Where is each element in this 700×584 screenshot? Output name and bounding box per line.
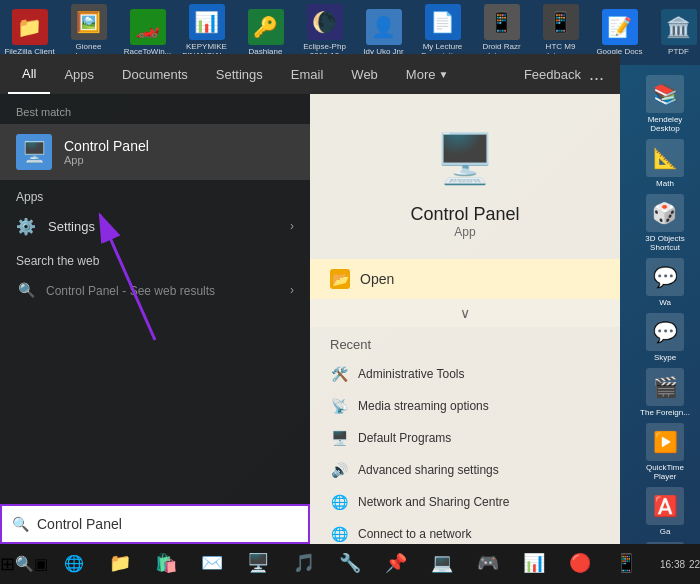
connect-icon: 🌐 xyxy=(330,525,348,543)
math-icon: 📐 xyxy=(646,139,684,177)
taskbar-icon-gionee[interactable]: 🖼️ GioneeImages xyxy=(61,4,116,61)
web-search-item[interactable]: 🔍 Control Panel - See web results › xyxy=(0,272,310,308)
recent-item-sharing[interactable]: 🔊 Advanced sharing settings xyxy=(310,454,620,486)
recent-item-admin[interactable]: 🛠️ Administrative Tools xyxy=(310,358,620,390)
sharing-label: Advanced sharing settings xyxy=(358,463,499,477)
taskbar-icon-racetowin[interactable]: 🏎️ RaceToWin... xyxy=(120,9,175,57)
apps-label: Apps xyxy=(0,180,310,208)
taskbar-icon-googledocs[interactable]: 📝 Google Docs xyxy=(592,9,647,57)
htcm9-icon: 📱 xyxy=(543,4,579,40)
menu-item-settings[interactable]: ⚙️ Settings › xyxy=(0,208,310,244)
windows-icon: ⊞ xyxy=(0,553,15,575)
skype-icon: 💬 xyxy=(646,313,684,351)
tb-file-explorer[interactable]: 📁 xyxy=(98,546,142,582)
left-panel: Best match 🖥️ Control Panel App Apps ⚙️ … xyxy=(0,94,310,544)
tb-app8[interactable]: 📌 xyxy=(374,546,418,582)
settings-icon: ⚙️ xyxy=(16,216,36,236)
taskbar-icon-ptdf[interactable]: 🏛️ PTDF xyxy=(651,9,700,57)
tb-app10[interactable]: 🎮 xyxy=(466,546,510,582)
ptdf-icon: 🏛️ xyxy=(661,9,697,45)
search-input[interactable] xyxy=(37,516,298,532)
nav-item-web[interactable]: Web xyxy=(337,54,392,94)
taskbar-icon-kepymike[interactable]: 📊 KEPYMIKEFINANCIAL... xyxy=(179,4,234,61)
web-search-text: Control Panel - See web results xyxy=(46,283,280,298)
taskbar-icon-dashlane[interactable]: 🔑 Dashlane xyxy=(238,9,293,57)
search-bar[interactable]: 🔍 xyxy=(0,504,310,544)
googledocs-icon: 📝 xyxy=(602,9,638,45)
start-nav: All Apps Documents Settings Email Web Mo… xyxy=(0,54,620,94)
desktop-icons-right: 📚 MendeleyDesktop 📐 Math 🎲 3D ObjectsSho… xyxy=(630,75,700,584)
start-menu: All Apps Documents Settings Email Web Mo… xyxy=(0,54,620,544)
taskbar-icon-eclipse[interactable]: 🌘 Eclipse-Php2018-12 xyxy=(297,4,352,61)
control-panel-icon: 🖥️ xyxy=(16,134,52,170)
tb-store[interactable]: 🛍️ xyxy=(144,546,188,582)
desktop-icon-mendeley[interactable]: 📚 MendeleyDesktop xyxy=(646,75,684,133)
search-button[interactable]: 🔍 xyxy=(15,544,34,584)
nav-item-all[interactable]: All xyxy=(8,54,50,94)
recent-item-default[interactable]: 🖥️ Default Programs xyxy=(310,422,620,454)
taskbar-icon-htcm9[interactable]: 📱 HTC M9Intern... xyxy=(533,4,588,61)
tb-app7[interactable]: 🔧 xyxy=(328,546,372,582)
connect-label: Connect to a network xyxy=(358,527,471,541)
tb-app5[interactable]: 🖥️ xyxy=(236,546,280,582)
desktop-icon-3d[interactable]: 🎲 3D ObjectsShortcut xyxy=(645,194,685,252)
nav-more-dots[interactable]: ... xyxy=(581,64,612,85)
tb-edge[interactable]: 🌐 xyxy=(52,546,96,582)
desktop-icon-foreign[interactable]: 🎬 The Foreign... xyxy=(640,368,690,417)
date-display: 22/10/2018 xyxy=(689,559,700,570)
tb-app9[interactable]: 💻 xyxy=(420,546,464,582)
recent-item-media[interactable]: 📡 Media streaming options xyxy=(310,390,620,422)
nav-item-more[interactable]: More ▼ xyxy=(392,54,463,94)
tb-app6[interactable]: 🎵 xyxy=(282,546,326,582)
recent-item-network[interactable]: 🌐 Network and Sharing Centre xyxy=(310,486,620,518)
search-web-label: Search the web xyxy=(0,244,310,272)
open-label: Open xyxy=(360,271,394,287)
search-icon: 🔍 xyxy=(16,280,36,300)
taskbar-bottom: ⊞ 🔍 ▣ 🌐 📁 🛍️ ✉️ 🖥️ 🎵 🔧 📌 💻 🎮 📊 🔴 📱 16:38… xyxy=(0,544,700,584)
desktop-icon-ga[interactable]: 🅰️ Ga xyxy=(646,487,684,536)
taskbar-icon-mylecture[interactable]: 📄 My LectureFor printin... xyxy=(415,4,470,61)
cp-subtitle: App xyxy=(454,225,475,239)
open-button[interactable]: 📂 Open xyxy=(310,259,620,299)
taskbar-icon-filezilla[interactable]: 📁 FileZilla Client xyxy=(2,9,57,57)
sharing-icon: 🔊 xyxy=(330,461,348,479)
nav-item-apps[interactable]: Apps xyxy=(50,54,108,94)
taskbar-apps: 🌐 📁 🛍️ ✉️ 🖥️ 🎵 🔧 📌 💻 🎮 📊 🔴 📱 xyxy=(48,546,652,582)
best-match-item[interactable]: 🖥️ Control Panel App xyxy=(0,124,310,180)
ga-icon: 🅰️ xyxy=(646,487,684,525)
tb-app13[interactable]: 📱 xyxy=(604,546,648,582)
nav-item-documents[interactable]: Documents xyxy=(108,54,202,94)
recent-item-connect[interactable]: 🌐 Connect to a network xyxy=(310,518,620,544)
cp-header: 🖥️ Control Panel App xyxy=(310,94,620,259)
tb-app12[interactable]: 🔴 xyxy=(558,546,602,582)
expand-button[interactable]: ∨ xyxy=(310,299,620,327)
network-label: Network and Sharing Centre xyxy=(358,495,509,509)
foreign-icon: 🎬 xyxy=(646,368,684,406)
default-programs-icon: 🖥️ xyxy=(330,429,348,447)
wa-icon: 💬 xyxy=(646,258,684,296)
tb-app11[interactable]: 📊 xyxy=(512,546,556,582)
tb-mail[interactable]: ✉️ xyxy=(190,546,234,582)
open-folder-icon: 📂 xyxy=(330,269,350,289)
desktop-icon-skype[interactable]: 💬 Skype xyxy=(646,313,684,362)
desktop-icon-wa[interactable]: 💬 Wa xyxy=(646,258,684,307)
idyuko-icon: 👤 xyxy=(366,9,402,45)
best-match-subtitle: App xyxy=(64,154,149,166)
taskbar-icon-idyuko[interactable]: 👤 Idy Uko Jnr xyxy=(356,9,411,57)
nav-item-email[interactable]: Email xyxy=(277,54,338,94)
taskbar-right: 16:38 22/10/2018 xyxy=(652,559,700,570)
nav-feedback[interactable]: Feedback xyxy=(524,67,581,82)
task-view-button[interactable]: ▣ xyxy=(34,544,48,584)
taskbar-icon-droidrazr[interactable]: 📱 Droid RazrIntern... xyxy=(474,4,529,61)
desktop-icon-quicktime[interactable]: ▶️ QuickTimePlayer xyxy=(646,423,684,481)
right-panel: 🖥️ Control Panel App 📂 Open ∨ Recent 🛠️ … xyxy=(310,94,620,544)
desktop-icon-math[interactable]: 📐 Math xyxy=(646,139,684,188)
dashlane-icon: 🔑 xyxy=(248,9,284,45)
settings-label: Settings xyxy=(48,219,278,234)
start-button[interactable]: ⊞ xyxy=(0,544,15,584)
droidrazr-icon: 📱 xyxy=(484,4,520,40)
search-bar-icon: 🔍 xyxy=(12,516,29,532)
nav-item-settings[interactable]: Settings xyxy=(202,54,277,94)
search-taskbar-icon: 🔍 xyxy=(15,555,34,573)
start-content: Best match 🖥️ Control Panel App Apps ⚙️ … xyxy=(0,94,620,544)
